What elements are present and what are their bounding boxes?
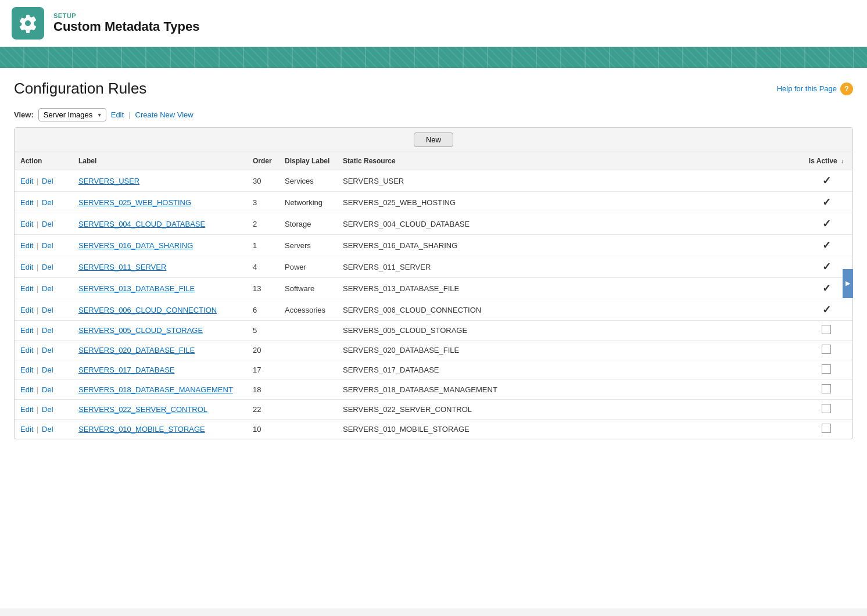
- active-check: [822, 198, 831, 207]
- active-checkbox-empty: [822, 325, 831, 334]
- edit-link[interactable]: Edit: [20, 177, 33, 185]
- label-link[interactable]: SERVERS_016_DATA_SHARING: [78, 241, 193, 250]
- scroll-arrow[interactable]: ▶: [843, 269, 853, 298]
- label-cell: SERVERS_025_WEB_HOSTING: [73, 192, 247, 213]
- del-link[interactable]: Del: [42, 405, 53, 414]
- active-check: [822, 176, 831, 186]
- col-header-label: Label: [73, 152, 247, 170]
- label-cell: SERVERS_017_DATABASE: [73, 360, 247, 380]
- action-sep: |: [34, 177, 41, 185]
- action-cell: Edit | Del: [15, 235, 73, 256]
- edit-link[interactable]: Edit: [20, 284, 33, 293]
- label-link[interactable]: SERVERS_018_DATABASE_MANAGEMENT: [78, 385, 233, 394]
- order-cell: 4: [247, 256, 279, 278]
- is-active-cell: [800, 235, 852, 256]
- action-sep: |: [34, 405, 41, 414]
- del-link[interactable]: Del: [42, 326, 53, 335]
- del-link[interactable]: Del: [42, 306, 53, 314]
- static-resource-cell: SERVERS_025_WEB_HOSTING: [337, 192, 800, 213]
- sort-indicator: ↓: [841, 158, 844, 164]
- label-cell: SERVERS_018_DATABASE_MANAGEMENT: [73, 380, 247, 400]
- action-cell: Edit | Del: [15, 321, 73, 341]
- edit-link[interactable]: Edit: [20, 385, 33, 394]
- edit-link[interactable]: Edit: [20, 198, 33, 207]
- edit-link[interactable]: Edit: [20, 346, 33, 354]
- new-button[interactable]: New: [414, 132, 453, 147]
- is-active-cell: [800, 360, 852, 380]
- col-header-is-active[interactable]: Is Active ↓: [800, 152, 852, 170]
- edit-view-link[interactable]: Edit: [111, 110, 124, 119]
- active-checkbox-empty: [822, 424, 831, 433]
- table-row: Edit | DelSERVERS_USER30ServicesSERVERS_…: [15, 170, 852, 192]
- edit-link[interactable]: Edit: [20, 220, 33, 228]
- display-label-cell: [279, 321, 337, 341]
- static-resource-cell: SERVERS_013_DATABASE_FILE: [337, 278, 800, 299]
- static-resource-cell: SERVERS_USER: [337, 170, 800, 192]
- view-select-wrapper[interactable]: Server Images All Views: [38, 108, 106, 121]
- edit-link[interactable]: Edit: [20, 366, 33, 374]
- table-row: Edit | DelSERVERS_025_WEB_HOSTING3Networ…: [15, 192, 852, 213]
- table-row: Edit | DelSERVERS_018_DATABASE_MANAGEMEN…: [15, 380, 852, 400]
- edit-link[interactable]: Edit: [20, 326, 33, 335]
- edit-link[interactable]: Edit: [20, 263, 33, 271]
- static-resource-cell: SERVERS_020_DATABASE_FILE: [337, 341, 800, 360]
- label-link[interactable]: SERVERS_USER: [78, 177, 139, 185]
- del-link[interactable]: Del: [42, 366, 53, 374]
- label-cell: SERVERS_016_DATA_SHARING: [73, 235, 247, 256]
- edit-link[interactable]: Edit: [20, 241, 33, 250]
- create-new-view-link[interactable]: Create New View: [135, 110, 194, 119]
- view-select[interactable]: Server Images All Views: [38, 108, 106, 121]
- col-header-order: Order: [247, 152, 279, 170]
- label-link[interactable]: SERVERS_004_CLOUD_DATABASE: [78, 220, 205, 228]
- help-link-container: Help for this Page ?: [777, 83, 853, 95]
- order-cell: 2: [247, 213, 279, 235]
- del-link[interactable]: Del: [42, 346, 53, 354]
- del-link[interactable]: Del: [42, 425, 53, 434]
- display-label-cell: Power: [279, 256, 337, 278]
- action-cell: Edit | Del: [15, 256, 73, 278]
- edit-link[interactable]: Edit: [20, 306, 33, 314]
- display-label-cell: Storage: [279, 213, 337, 235]
- label-cell: SERVERS_022_SERVER_CONTROL: [73, 400, 247, 420]
- table-row: Edit | DelSERVERS_013_DATABASE_FILE13Sof…: [15, 278, 852, 299]
- del-link[interactable]: Del: [42, 177, 53, 185]
- del-link[interactable]: Del: [42, 220, 53, 228]
- display-label-cell: [279, 341, 337, 360]
- page-heading: Configuration Rules: [14, 80, 146, 98]
- table-row: Edit | DelSERVERS_022_SERVER_CONTROL22SE…: [15, 400, 852, 420]
- edit-link[interactable]: Edit: [20, 425, 33, 434]
- edit-link[interactable]: Edit: [20, 405, 33, 414]
- label-link[interactable]: SERVERS_017_DATABASE: [78, 366, 174, 374]
- is-active-cell: [800, 299, 852, 321]
- action-cell: Edit | Del: [15, 400, 73, 420]
- label-link[interactable]: SERVERS_025_WEB_HOSTING: [78, 198, 191, 207]
- label-link[interactable]: SERVERS_013_DATABASE_FILE: [78, 284, 195, 293]
- label-cell: SERVERS_005_CLOUD_STORAGE: [73, 321, 247, 341]
- label-link[interactable]: SERVERS_010_MOBILE_STORAGE: [78, 425, 205, 434]
- help-icon[interactable]: ?: [840, 83, 853, 95]
- action-sep: |: [34, 385, 41, 394]
- display-label-cell: [279, 360, 337, 380]
- table-row: Edit | DelSERVERS_004_CLOUD_DATABASE2Sto…: [15, 213, 852, 235]
- label-link[interactable]: SERVERS_006_CLOUD_CONNECTION: [78, 306, 217, 314]
- del-link[interactable]: Del: [42, 385, 53, 394]
- label-link[interactable]: SERVERS_011_SERVER: [78, 263, 166, 271]
- label-link[interactable]: SERVERS_020_DATABASE_FILE: [78, 346, 195, 354]
- label-cell: SERVERS_004_CLOUD_DATABASE: [73, 213, 247, 235]
- table-row: Edit | DelSERVERS_017_DATABASE17SERVERS_…: [15, 360, 852, 380]
- action-cell: Edit | Del: [15, 341, 73, 360]
- static-resource-cell: SERVERS_017_DATABASE: [337, 360, 800, 380]
- del-link[interactable]: Del: [42, 198, 53, 207]
- help-link[interactable]: Help for this Page: [777, 84, 837, 93]
- del-link[interactable]: Del: [42, 263, 53, 271]
- order-cell: 1: [247, 235, 279, 256]
- static-resource-cell: SERVERS_004_CLOUD_DATABASE: [337, 213, 800, 235]
- action-cell: Edit | Del: [15, 213, 73, 235]
- label-link[interactable]: SERVERS_005_CLOUD_STORAGE: [78, 326, 203, 335]
- del-link[interactable]: Del: [42, 241, 53, 250]
- label-link[interactable]: SERVERS_022_SERVER_CONTROL: [78, 405, 207, 414]
- del-link[interactable]: Del: [42, 284, 53, 293]
- static-resource-cell: SERVERS_016_DATA_SHARING: [337, 235, 800, 256]
- order-cell: 6: [247, 299, 279, 321]
- static-resource-cell: SERVERS_006_CLOUD_CONNECTION: [337, 299, 800, 321]
